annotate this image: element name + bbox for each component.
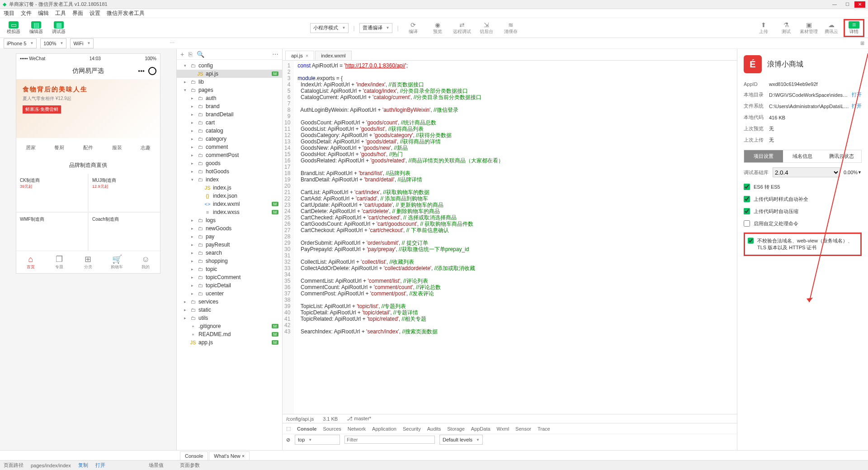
devtool-tab-Trace[interactable]: Trace [538, 426, 550, 432]
compile-mode-select[interactable]: 普通编译 [359, 23, 393, 33]
brand-item[interactable]: CK制造商39元起 [16, 174, 88, 212]
file-services[interactable]: ▸🗀services [177, 298, 282, 306]
devtool-tab-Storage[interactable]: Storage [447, 426, 465, 432]
file-topicComment[interactable]: ▸🗀topicComment [177, 273, 282, 281]
menu-dots-icon[interactable]: ••• [138, 67, 145, 75]
file-index.js[interactable]: JSindex.js [177, 184, 282, 192]
menu-微信开发者工具[interactable]: 微信开发者工具 [107, 9, 145, 17]
file-catalog[interactable]: ▸🗀catalog [177, 127, 282, 135]
file-comment[interactable]: ▸🗀comment [177, 143, 282, 151]
file-logs[interactable]: ▸🗀logs [177, 216, 282, 224]
filter-input[interactable] [344, 436, 435, 444]
devtool-tab-Console[interactable]: Console [297, 426, 316, 432]
file-config[interactable]: ▾🗀config [177, 62, 282, 70]
file-shopping[interactable]: ▸🗀shopping [177, 257, 282, 265]
maximize-button[interactable]: ☐ [842, 1, 853, 8]
file-payResult[interactable]: ▸🗀payResult [177, 241, 282, 249]
brand-item[interactable]: Coach制造商 [89, 213, 160, 251]
upload-button[interactable]: ⬆上传 [753, 19, 774, 37]
devtool-tab-Security[interactable]: Security [403, 426, 421, 432]
menu-界面[interactable]: 界面 [72, 9, 83, 17]
minimize-button[interactable]: — [829, 1, 840, 8]
devtool-tab-Sensor[interactable]: Sensor [515, 426, 531, 432]
detail-tab-域名信息[interactable]: 域名信息 [783, 150, 822, 162]
material-button[interactable]: ▣素材管理 [798, 19, 819, 37]
file-lib[interactable]: ▸🗀lib [177, 78, 282, 86]
file-.gitignore[interactable]: ▫.gitignoreM [177, 322, 282, 330]
more-options-icon[interactable]: ⋯ [272, 51, 278, 58]
file-auth[interactable]: ▸🗀auth [177, 94, 282, 102]
detail-button[interactable]: ≡详情 [844, 19, 864, 37]
tabbar-我的[interactable]: ☺我的 [131, 251, 160, 273]
open-link[interactable]: 打开 [95, 462, 105, 469]
setting-check[interactable]: 启用自定义处理命令 [744, 220, 862, 227]
domain-checkbox[interactable] [748, 237, 754, 244]
nav-tab[interactable]: 餐厨 [54, 144, 64, 151]
file-static[interactable]: ▸🗀static [177, 306, 282, 314]
target-icon[interactable] [148, 67, 156, 75]
setting-check[interactable]: ES6 转 ES5 [744, 184, 862, 190]
file-index.json[interactable]: {}index.json [177, 192, 282, 200]
code-area[interactable]: 1234567891011121314151617181920212223242… [283, 61, 737, 414]
editor-button[interactable]: ▤编辑器 [26, 19, 46, 37]
close-button[interactable]: ✕ [854, 1, 865, 8]
file-goods[interactable]: ▸🗀goods [177, 159, 282, 167]
file-newGoods[interactable]: ▸🗀newGoods [177, 224, 282, 233]
file-api.js[interactable]: JSapi.jsM [177, 70, 282, 78]
editor-tab-api.js[interactable]: api.js× [285, 51, 314, 60]
open-link[interactable]: 打开 [852, 91, 862, 98]
layout-icon[interactable]: ⊞ [860, 40, 864, 46]
background-button[interactable]: ⇲切后台 [476, 19, 496, 37]
code-content[interactable]: const ApiRootUrl = 'http://127.0.0.1:836… [294, 61, 507, 414]
cache-button[interactable]: ≋清缓存 [501, 19, 521, 37]
simulator-button[interactable]: ▭模拟器 [4, 19, 24, 37]
copy-link[interactable]: 复制 [78, 462, 88, 469]
nav-tab[interactable]: 志趣 [141, 144, 151, 151]
close-tab-icon[interactable]: × [306, 53, 308, 58]
test-button[interactable]: ⚗测试 [776, 19, 797, 37]
file-pay[interactable]: ▸🗀pay [177, 233, 282, 241]
devtool-tab-Wxml[interactable]: Wxml [497, 426, 509, 432]
compile-button[interactable]: ⟳编译 [403, 19, 423, 37]
clear-console-icon[interactable]: ⊘ [286, 437, 290, 443]
devtool-tab-Application[interactable]: Application [372, 426, 396, 432]
devtool-tab-Sources[interactable]: Sources [323, 426, 341, 432]
nav-tab[interactable]: 配件 [83, 144, 93, 151]
file-brand[interactable]: ▸🗀brand [177, 102, 282, 110]
context-select[interactable]: top [295, 435, 340, 445]
file-topic[interactable]: ▸🗀topic [177, 265, 282, 273]
file-search[interactable]: ▸🗀search [177, 249, 282, 257]
file-cart[interactable]: ▸🗀cart [177, 119, 282, 127]
sub-tab[interactable]: Console [180, 451, 208, 460]
network-select[interactable]: WiFi [70, 38, 94, 48]
devtool-tab-Audits[interactable]: Audits [427, 426, 441, 432]
device-select[interactable]: iPhone 5 [4, 38, 37, 48]
domain-check-row[interactable]: 不校验合法域名、web-view（业务域名）、TLS 版本以及 HTTPS 证书 [744, 233, 862, 256]
preview-button[interactable]: ◉预览 [428, 19, 448, 37]
file-pages[interactable]: ▾🗀pages [177, 86, 282, 94]
setting-check[interactable]: 上传代码时自动压缩 [744, 208, 862, 215]
file-commentPost[interactable]: ▸🗀commentPost [177, 151, 282, 159]
file-topicDetail[interactable]: ▸🗀topicDetail [177, 281, 282, 290]
devtool-tab-Network[interactable]: Network [348, 426, 366, 432]
setting-check[interactable]: 上传代码时样式自动补全 [744, 196, 862, 203]
file-index.wxss[interactable]: ≡index.wxssM [177, 208, 282, 216]
menu-文件[interactable]: 文件 [21, 9, 32, 17]
menu-编辑[interactable]: 编辑 [38, 9, 49, 17]
debugger-button[interactable]: ▦调试器 [49, 19, 69, 37]
copy-icon[interactable]: ⎘ [189, 51, 192, 58]
menu-项目[interactable]: 项目 [4, 9, 14, 17]
add-file-icon[interactable]: + [180, 51, 184, 58]
tabbar-购物车[interactable]: 🛒购物车 [103, 251, 132, 273]
remote-debug-button[interactable]: ⇄远程调试 [452, 19, 472, 37]
brand-item[interactable]: MUJI制造商12.9元起 [89, 174, 160, 212]
file-brandDetail[interactable]: ▸🗀brandDetail [177, 110, 282, 119]
brand-item[interactable]: WMF制造商 [16, 213, 88, 251]
lib-version-select[interactable]: 2.0.4 [773, 167, 840, 177]
tabbar-首页[interactable]: ⌂首页 [16, 251, 45, 273]
menu-工具[interactable]: 工具 [55, 9, 66, 17]
file-index[interactable]: ▾🗀index [177, 176, 282, 184]
file-app.js[interactable]: JSapp.jsM [177, 338, 282, 347]
file-index.wxml[interactable]: <>index.wxmlM [177, 200, 282, 208]
inspect-icon[interactable]: ⬚ [286, 426, 291, 432]
